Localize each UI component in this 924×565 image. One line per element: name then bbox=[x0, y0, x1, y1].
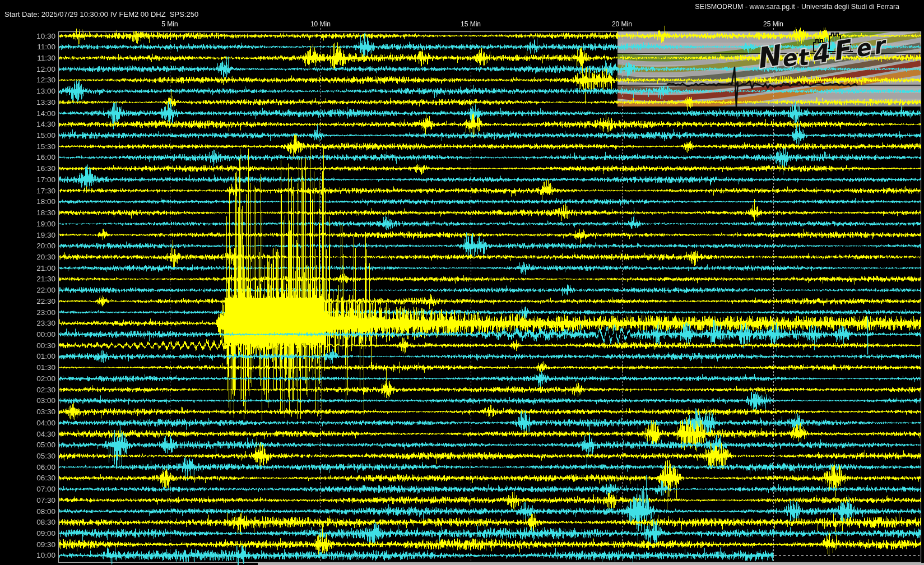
start-date-header: Start Date: 2025/07/29 10:30:00 IV FEM2 … bbox=[4, 10, 198, 18]
taskbar-edge bbox=[258, 563, 924, 565]
seismodrum-window: Start Date: 2025/07/29 10:30:00 IV FEM2 … bbox=[0, 0, 924, 565]
helicorder-canvas bbox=[0, 0, 924, 565]
app-title-header: SEISMODRUM - www.sara.pg.it - Universita… bbox=[695, 3, 899, 11]
